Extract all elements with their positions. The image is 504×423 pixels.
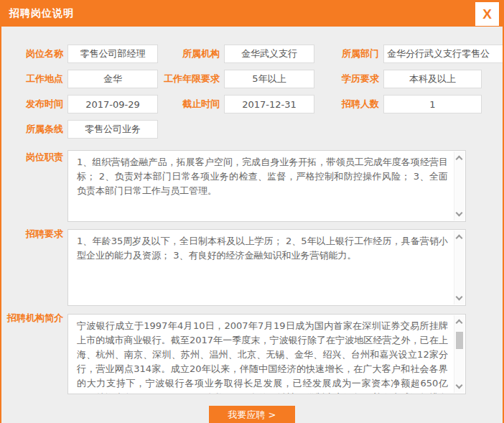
experience-label: 工作年限要求 xyxy=(158,70,224,88)
job-description-dialog: 招聘岗位说明 X 岗位名称 所属机构 所属部门 工作地点 工作年限要求 学历要求… xyxy=(0,0,504,423)
requirements-scrollbar[interactable] xyxy=(454,231,465,305)
organization-label: 所属机构 xyxy=(158,45,224,63)
scrollbar-thumb[interactable] xyxy=(456,332,463,349)
responsibilities-textarea[interactable]: 1、组织营销金融产品，拓展客户空间，完成自身业务开拓，带领员工完成年度各项经营目… xyxy=(67,150,466,222)
department-label: 所属部门 xyxy=(314,45,383,63)
org-intro-text: 宁波银行成立于1997年4月10日，2007年7月19日成为国内首家在深圳证券交… xyxy=(68,315,465,394)
publish-date-label: 发布时间 xyxy=(1,95,67,113)
form-row-4: 所属条线 xyxy=(1,120,503,139)
requirements-textarea[interactable]: 1、年龄35周岁及以下，全日制本科及以上学历； 2、5年以上银行工作经历，具备营… xyxy=(67,229,466,306)
requirements-section: 招聘要求 1、年龄35周岁及以下，全日制本科及以上学历； 2、5年以上银行工作经… xyxy=(1,222,503,306)
position-name-field[interactable] xyxy=(67,45,158,63)
education-field[interactable] xyxy=(383,70,482,88)
experience-field[interactable] xyxy=(224,70,314,88)
requirements-label: 招聘要求 xyxy=(1,222,67,240)
requirements-text: 1、年龄35周岁及以下，全日制本科及以上学历； 2、5年以上银行工作经历，具备营… xyxy=(68,230,465,263)
dialog-content: 岗位名称 所属机构 所属部门 工作地点 工作年限要求 学历要求 发布时间 截止时… xyxy=(1,27,503,423)
organization-field[interactable] xyxy=(224,45,314,63)
org-intro-label: 招聘机构简介 xyxy=(1,306,67,324)
deadline-label: 截止时间 xyxy=(158,95,224,113)
form-row-1: 岗位名称 所属机构 所属部门 xyxy=(1,45,503,63)
location-label: 工作地点 xyxy=(1,70,67,88)
scroll-down-icon[interactable] xyxy=(456,210,463,217)
close-icon: X xyxy=(482,6,492,22)
dialog-titlebar: 招聘岗位说明 X xyxy=(0,0,504,27)
department-field[interactable] xyxy=(383,45,504,63)
org-intro-section: 招聘机构简介 宁波银行成立于1997年4月10日，2007年7月19日成为国内首… xyxy=(1,306,503,394)
education-label: 学历要求 xyxy=(314,70,383,88)
scroll-up-icon[interactable] xyxy=(456,320,463,327)
scroll-down-icon[interactable] xyxy=(456,294,463,301)
org-intro-scrollbar[interactable] xyxy=(454,315,465,393)
dialog-title: 招聘岗位说明 xyxy=(9,7,74,20)
headcount-label: 招聘人数 xyxy=(314,95,383,113)
responsibilities-label: 岗位职责 xyxy=(1,145,67,163)
scroll-up-icon[interactable] xyxy=(456,156,463,163)
dialog-footer: 我要应聘 > xyxy=(1,406,503,423)
responsibilities-scrollbar[interactable] xyxy=(454,152,465,220)
close-button[interactable]: X xyxy=(475,2,499,26)
org-intro-textarea[interactable]: 宁波银行成立于1997年4月10日，2007年7月19日成为国内首家在深圳证券交… xyxy=(67,314,466,394)
business-line-label: 所属条线 xyxy=(1,120,67,139)
position-name-label: 岗位名称 xyxy=(1,45,67,63)
scroll-down-icon[interactable] xyxy=(456,382,463,389)
location-field[interactable] xyxy=(67,70,158,88)
deadline-field[interactable] xyxy=(224,95,314,113)
publish-date-field[interactable] xyxy=(67,95,158,113)
responsibilities-section: 岗位职责 1、组织营销金融产品，拓展客户空间，完成自身业务开拓，带领员工完成年度… xyxy=(1,145,503,222)
headcount-field[interactable] xyxy=(383,95,482,113)
business-line-field[interactable] xyxy=(67,120,158,139)
form-row-2: 工作地点 工作年限要求 学历要求 xyxy=(1,70,503,88)
apply-button[interactable]: 我要应聘 > xyxy=(209,406,295,423)
scroll-up-icon[interactable] xyxy=(456,235,463,242)
responsibilities-text: 1、组织营销金融产品，拓展客户空间，完成自身业务开拓，带领员工完成年度各项经营目… xyxy=(68,151,465,198)
form-row-3: 发布时间 截止时间 招聘人数 xyxy=(1,95,503,113)
